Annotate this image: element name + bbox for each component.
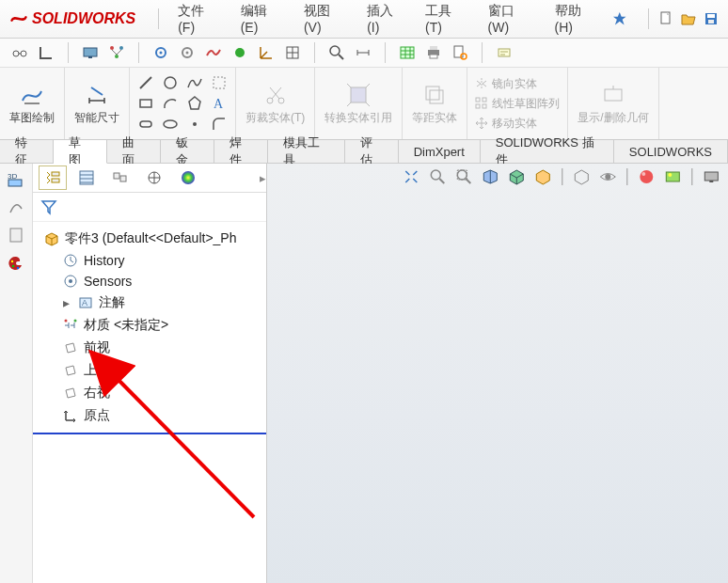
- tab-moldtools[interactable]: 模具工具: [268, 140, 344, 163]
- grid-icon[interactable]: [284, 44, 301, 61]
- gear-gray-icon[interactable]: [179, 44, 196, 61]
- svg-rect-50: [52, 179, 59, 182]
- fp-tab-dim[interactable]: [140, 165, 168, 190]
- tree-right[interactable]: 右视: [40, 382, 262, 404]
- tab-sw-extra[interactable]: SOLIDWORKS: [614, 140, 728, 163]
- print-icon[interactable]: [425, 44, 442, 61]
- display-icon[interactable]: [82, 44, 99, 61]
- measure-icon[interactable]: [355, 44, 372, 61]
- tree-history[interactable]: History: [40, 250, 262, 271]
- tree-origin[interactable]: 原点: [40, 404, 262, 427]
- fp-tab-tree[interactable]: [39, 165, 67, 190]
- fp-tab-property[interactable]: [72, 165, 101, 190]
- svg-point-12: [160, 52, 163, 55]
- tab-sheetmetal[interactable]: 钣金: [161, 140, 214, 163]
- display-style-icon[interactable]: [533, 167, 552, 186]
- svg-point-58: [69, 279, 72, 283]
- menu-file[interactable]: 文件(F): [172, 0, 225, 39]
- polygon-icon[interactable]: [186, 95, 203, 112]
- palette-icon[interactable]: [7, 254, 25, 273]
- menu-edit[interactable]: 编辑(E): [235, 0, 289, 39]
- gear-blue-icon[interactable]: [152, 44, 169, 61]
- sketch-side-icon[interactable]: [7, 197, 25, 216]
- cmd-sketch-label: 草图绘制: [9, 110, 55, 126]
- tab-dimxpert[interactable]: DimXpert: [399, 140, 481, 163]
- pin-icon[interactable]: [612, 11, 627, 26]
- svg-rect-18: [401, 47, 414, 58]
- view-orient-icon[interactable]: [507, 167, 526, 186]
- save-icon[interactable]: [704, 11, 719, 26]
- svg-rect-69: [666, 172, 679, 181]
- dot-green-icon[interactable]: [231, 44, 248, 61]
- open-doc-icon[interactable]: [681, 11, 696, 26]
- cmd-smart-dim[interactable]: 智能尺寸: [65, 68, 130, 139]
- app-logo: SOLIDWORKS: [9, 9, 135, 28]
- tree-root[interactable]: 零件3 (Default<<Default>_Ph: [40, 228, 262, 250]
- corner-icon[interactable]: [38, 44, 55, 61]
- tab-sketch[interactable]: 草图: [54, 140, 107, 164]
- tab-features[interactable]: 特征: [0, 140, 54, 163]
- menu-window[interactable]: 窗口(W): [483, 0, 540, 39]
- rect-icon[interactable]: [137, 95, 154, 112]
- scene-icon[interactable]: [663, 167, 682, 186]
- tab-weldments[interactable]: 焊件: [214, 140, 268, 163]
- svg-point-66: [605, 174, 610, 180]
- point-icon[interactable]: [186, 116, 203, 133]
- hide-show-icon[interactable]: [572, 167, 591, 186]
- annotation-icon[interactable]: [496, 44, 513, 61]
- slot-icon[interactable]: [137, 116, 154, 133]
- render-icon[interactable]: [702, 167, 720, 186]
- tree-front[interactable]: 前视: [40, 337, 262, 359]
- scissors-icon: [262, 82, 289, 108]
- previous-view-icon[interactable]: [454, 167, 473, 186]
- menu-help[interactable]: 帮助(H): [549, 0, 604, 39]
- tree-sensors[interactable]: Sensors: [40, 271, 262, 292]
- svg-rect-25: [24, 102, 40, 104]
- appearance-icon[interactable]: [637, 167, 656, 186]
- table-green-icon[interactable]: [399, 44, 416, 61]
- tree-annot[interactable]: ▸ A 注解: [40, 292, 262, 314]
- plane-icon: [63, 363, 78, 378]
- filter-row: [33, 193, 266, 222]
- tab-surfaces[interactable]: 曲面: [107, 140, 161, 163]
- fp-tab-config[interactable]: [106, 165, 135, 190]
- wave-icon[interactable]: [205, 44, 222, 61]
- axes-icon[interactable]: [258, 44, 275, 61]
- fillet-icon[interactable]: [211, 116, 228, 133]
- eye-icon[interactable]: [598, 167, 617, 186]
- svg-rect-53: [120, 176, 126, 181]
- view3d-icon[interactable]: 3D: [7, 169, 25, 188]
- menu-view[interactable]: 视图(V): [298, 0, 352, 39]
- ellipse-icon[interactable]: [162, 116, 179, 133]
- fp-tab-appearance[interactable]: [174, 165, 202, 190]
- zoom-area-icon[interactable]: [428, 167, 447, 186]
- section-icon[interactable]: [481, 167, 499, 186]
- new-doc-icon[interactable]: [658, 11, 673, 26]
- caret-icon[interactable]: ▸: [63, 295, 72, 310]
- text-icon[interactable]: A: [211, 95, 228, 112]
- doc-gear-icon[interactable]: [451, 44, 468, 61]
- menu-tools[interactable]: 工具(T): [419, 0, 472, 39]
- tree-material[interactable]: 材质 <未指定>: [40, 314, 262, 337]
- tree-top[interactable]: 上视: [40, 359, 262, 382]
- circle-icon[interactable]: [162, 74, 179, 91]
- spline-icon[interactable]: [186, 74, 203, 91]
- zoom-icon[interactable]: [328, 44, 345, 61]
- rect-dashed-icon[interactable]: [211, 74, 228, 91]
- line-icon[interactable]: [137, 74, 154, 91]
- tab-evaluate[interactable]: 评估: [345, 140, 399, 163]
- cmd-sketch[interactable]: 草图绘制: [0, 68, 65, 139]
- viewport[interactable]: [267, 164, 728, 583]
- panel-collapse-arrow[interactable]: ▸: [260, 171, 266, 185]
- glasses-icon[interactable]: [11, 44, 28, 61]
- zoom-fit-icon[interactable]: [402, 167, 420, 186]
- hierarchy-icon[interactable]: [108, 44, 125, 61]
- tab-sw-addins[interactable]: SOLIDWORKS 插件: [481, 140, 614, 163]
- cmd-offset: 等距实体: [403, 68, 467, 139]
- menu-insert[interactable]: 插入(I): [361, 0, 410, 39]
- plane-icon: [63, 386, 78, 401]
- sheet-side-icon[interactable]: [7, 226, 25, 244]
- filter-icon[interactable]: [40, 198, 57, 215]
- feature-panel-tabs: ▸: [33, 164, 266, 193]
- arc-icon[interactable]: [162, 95, 179, 112]
